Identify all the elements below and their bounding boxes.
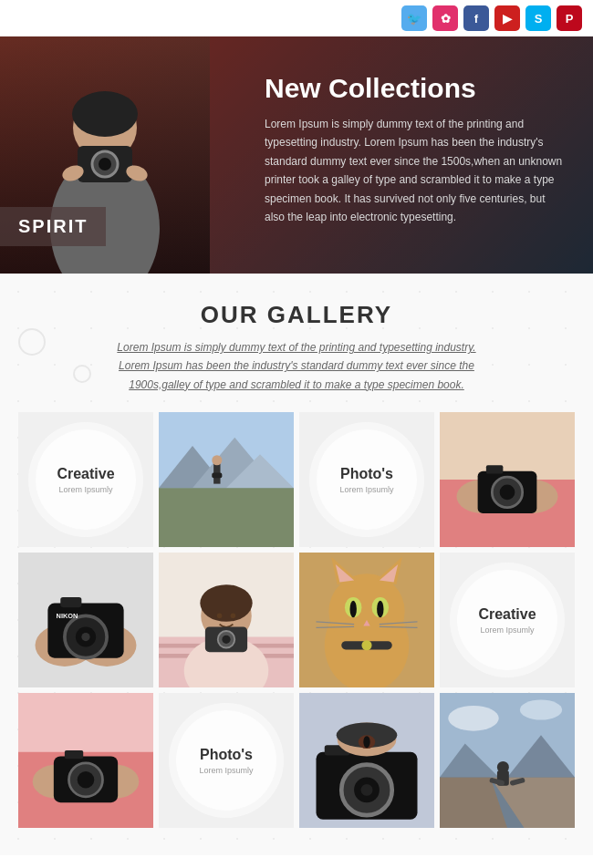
hero-description: Lorem Ipsum is simply dummy text of the …: [265, 115, 566, 226]
gallery-cell-photo-2: [440, 412, 575, 547]
svg-point-82: [363, 736, 369, 748]
gallery-cell-creative-1: Creative Lorem Ipsumly: [18, 412, 153, 547]
svg-point-15: [212, 455, 222, 465]
creative-label-1: Creative: [57, 466, 114, 482]
facebook-icon[interactable]: f: [463, 5, 489, 31]
footer-section: ABOUT US Lorem Ipsum is simply dummy tex…: [0, 855, 593, 868]
gallery-description: Lorem Ipsum is simply dummy text of the …: [105, 338, 488, 394]
gallery-cell-photo-7: [299, 693, 434, 828]
social-bar: 🐦 ✿ f ▶ S P: [0, 0, 593, 36]
creative-label-2: Creative: [478, 606, 536, 623]
photos-sublabel-2: Lorem Ipsumly: [199, 766, 253, 775]
svg-rect-24: [486, 465, 504, 473]
instagram-icon[interactable]: ✿: [432, 5, 458, 31]
gallery-cell-photo-5: [299, 553, 434, 687]
photos-sublabel-1: Lorem Ipsumly: [339, 485, 393, 494]
hero-text: New Collections Lorem Ipsum is simply du…: [265, 73, 566, 226]
svg-line-62: [380, 627, 418, 628]
gallery-cell-photos-2: Photo's Lorem Ipsumly: [159, 693, 294, 828]
creative-sublabel-2: Lorem Ipsumly: [480, 625, 534, 635]
skype-icon[interactable]: S: [525, 5, 551, 31]
svg-point-64: [361, 640, 371, 650]
gallery-cell-photo-8: [440, 693, 575, 828]
gallery-title: OUR GALLERY: [18, 301, 575, 329]
svg-text:NIKON: NIKON: [57, 612, 78, 620]
hero-section: New Collections Lorem Ipsum is simply du…: [0, 36, 593, 274]
svg-point-5: [99, 158, 111, 170]
svg-point-71: [78, 771, 95, 789]
svg-point-77: [361, 784, 373, 796]
svg-point-2: [72, 91, 138, 137]
gallery-cell-photo-1: [159, 412, 294, 547]
gallery-grid: Creative Lorem Ipsumly: [18, 412, 575, 828]
svg-point-31: [81, 633, 89, 641]
gallery-cell-photo-4: [159, 553, 294, 687]
svg-rect-72: [65, 750, 83, 759]
gallery-cell-photos-1: Photo's Lorem Ipsumly: [299, 412, 434, 547]
svg-point-23: [500, 485, 515, 501]
svg-point-86: [520, 700, 562, 720]
creative-sublabel-1: Lorem Ipsumly: [58, 485, 112, 494]
svg-rect-32: [60, 597, 81, 607]
svg-point-43: [231, 614, 236, 619]
gallery-section: OUR GALLERY Lorem Ipsum is simply dummy …: [0, 274, 593, 855]
spirit-badge: SPIRIT: [0, 207, 106, 246]
svg-point-56: [350, 601, 357, 618]
photos-label-1: Photo's: [340, 466, 393, 482]
svg-rect-13: [159, 488, 294, 547]
svg-point-49: [328, 574, 404, 649]
twitter-icon[interactable]: 🐦: [401, 5, 427, 31]
svg-rect-16: [212, 473, 222, 479]
svg-point-46: [222, 636, 230, 644]
gallery-cell-photo-3: NIKON: [18, 553, 153, 687]
svg-point-42: [217, 614, 223, 619]
hero-title: New Collections: [265, 73, 566, 104]
photos-label-2: Photo's: [200, 747, 253, 763]
youtube-icon[interactable]: ▶: [494, 5, 520, 31]
svg-point-85: [448, 706, 499, 731]
pinterest-icon[interactable]: P: [557, 5, 582, 31]
gallery-cell-creative-2: Creative Lorem Ipsumly: [440, 553, 575, 687]
svg-point-41: [200, 584, 252, 622]
svg-point-57: [377, 601, 383, 618]
gallery-cell-photo-6: [18, 693, 153, 828]
svg-line-60: [317, 627, 355, 628]
